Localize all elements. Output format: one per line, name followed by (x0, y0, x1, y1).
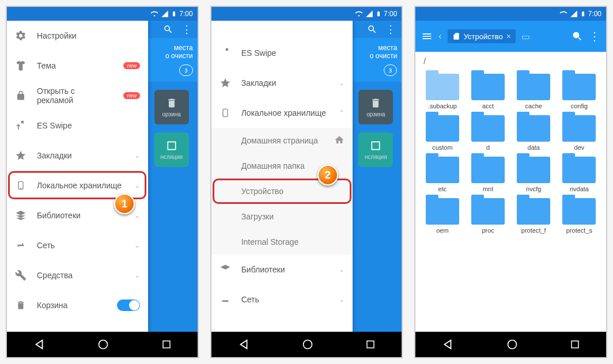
nav-recent-icon[interactable] (570, 339, 580, 350)
menu-item-swipe[interactable]: ES Swipe (7, 111, 148, 141)
chevron-down-icon: ⌄ (134, 181, 140, 189)
menu-item-ads[interactable]: Открыть с рекламой new (7, 81, 148, 111)
backdrop-tile-trash[interactable]: орзина (154, 90, 189, 124)
folder-item[interactable]: config (558, 74, 600, 109)
phone-icon (15, 180, 27, 191)
menu-item-theme[interactable]: Тема new (7, 51, 148, 81)
folder-item[interactable]: data (513, 115, 555, 151)
folder-icon (471, 115, 505, 142)
close-icon[interactable]: × (506, 32, 511, 41)
menu-item-libraries[interactable]: Библиотеки ⌄ (211, 255, 353, 285)
folder-item[interactable]: .subackup (421, 74, 463, 109)
menu-label: Закладки (241, 78, 328, 88)
folder-label: custom (432, 144, 452, 151)
folder-icon (517, 198, 550, 225)
battery-icon (376, 10, 381, 18)
menu-item-tools[interactable]: Средства ⌄ (7, 260, 148, 290)
menu-item-bookmarks[interactable]: Закладки ⌄ (211, 68, 353, 98)
nav-home-icon[interactable] (97, 339, 109, 350)
swipe-icon (15, 120, 27, 131)
svg-rect-8 (572, 341, 578, 348)
nav-back-icon[interactable] (33, 338, 46, 351)
menu-label: Тема (37, 61, 113, 70)
callout-1: 1 (114, 194, 135, 214)
folder-label: oem (436, 227, 448, 234)
folder-icon (426, 74, 459, 100)
menu-item-local-storage[interactable]: Локальное хранилище ⌃ (211, 98, 353, 128)
folder-item[interactable]: cache (513, 74, 555, 109)
chevron-down-icon: ⌄ (134, 241, 140, 249)
nav-recent-icon[interactable] (365, 339, 376, 350)
nav-back-icon[interactable] (237, 338, 250, 351)
folder-icon (471, 198, 505, 225)
menu-item-network[interactable]: Сеть ⌄ (7, 230, 148, 260)
menu-label: Локальное хранилище (241, 108, 328, 117)
folder-icon (426, 198, 459, 225)
folder-label: .subackup (428, 103, 457, 109)
folder-label: proc (482, 227, 494, 234)
menu-item-network[interactable]: Сеть ⌄ (211, 285, 353, 314)
wifi-icon (559, 10, 567, 18)
backdrop-tile-trash[interactable]: орзина (358, 90, 393, 124)
toggle-switch[interactable] (117, 299, 140, 311)
folder-label: data (528, 144, 540, 151)
shirt-icon (15, 60, 27, 71)
hamburger-icon[interactable] (421, 31, 433, 42)
signal-icon (161, 10, 169, 18)
menu-item-trash[interactable]: Корзина (7, 290, 148, 320)
chip-prev[interactable]: ‹ (438, 31, 441, 41)
menu-dots-icon[interactable]: ⋮ (589, 29, 600, 43)
folder-item[interactable]: nvdata (558, 157, 600, 192)
nav-bar (7, 332, 198, 357)
folder-item[interactable]: acct (467, 74, 509, 109)
sub-item-home-page[interactable]: Домашняя страница (211, 128, 353, 153)
nav-back-icon[interactable] (441, 338, 454, 351)
nav-home-icon[interactable] (506, 339, 518, 350)
battery-icon (580, 10, 586, 18)
folder-item[interactable]: custom (421, 115, 463, 151)
menu-item-settings[interactable]: Настройки (7, 21, 148, 51)
search-icon[interactable] (367, 24, 377, 35)
phone-screen-3: 7:00 ‹ Устройство × ▭ ⋮ / .subackupacctc… (414, 6, 607, 358)
backdrop-tile-cast[interactable]: нсляция (358, 132, 393, 167)
menu-dots-icon[interactable]: ⋮ (181, 23, 192, 36)
folder-item[interactable]: etc (421, 157, 463, 192)
menu-label: Библиотеки (241, 265, 328, 274)
folder-item[interactable]: dev (558, 115, 600, 151)
new-badge: new (123, 62, 140, 69)
backdrop-tile-cast[interactable]: нсляция (154, 132, 189, 167)
backdrop: ⋮ места о очисти з орзина нсляция (350, 21, 402, 332)
folder-icon (562, 198, 596, 225)
folder-item[interactable]: proc (467, 198, 509, 234)
swipe-icon (220, 47, 231, 59)
menu-item-swipe[interactable]: ES Swipe (211, 38, 353, 68)
folder-item[interactable]: protect_s (558, 198, 600, 234)
sub-item-internal[interactable]: Internal Storage (211, 229, 353, 255)
folder-item[interactable]: oem (421, 198, 463, 234)
signal-icon (570, 10, 578, 18)
search-icon[interactable] (572, 31, 583, 42)
folder-item[interactable]: d (467, 115, 509, 151)
window-icon[interactable]: ▭ (521, 31, 530, 42)
nav-recent-icon[interactable] (161, 339, 172, 350)
menu-item-bookmarks[interactable]: Закладки ⌄ (7, 141, 148, 170)
menu-label: ES Swipe (37, 121, 140, 130)
folder-item[interactable]: protect_f (513, 198, 555, 234)
search-icon[interactable] (163, 24, 173, 35)
path-chip[interactable]: Устройство × (448, 29, 516, 43)
trash-icon (15, 299, 27, 311)
folder-icon (517, 157, 550, 183)
sub-item-downloads[interactable]: Загрузки (211, 204, 353, 229)
folder-item[interactable]: mnt (467, 157, 509, 192)
chevron-down-icon: ⌄ (134, 211, 140, 219)
folder-icon (426, 115, 459, 142)
folder-label: etc (438, 185, 447, 192)
menu-dots-icon[interactable]: ⋮ (385, 23, 396, 36)
nav-home-icon[interactable] (302, 339, 313, 350)
breadcrumb[interactable]: / (415, 52, 606, 70)
svg-point-5 (304, 340, 312, 349)
nav-bar (415, 332, 606, 357)
folder-item[interactable]: nvcfg (513, 157, 555, 192)
menu-label: Корзина (37, 301, 107, 310)
signal-icon (365, 10, 373, 18)
